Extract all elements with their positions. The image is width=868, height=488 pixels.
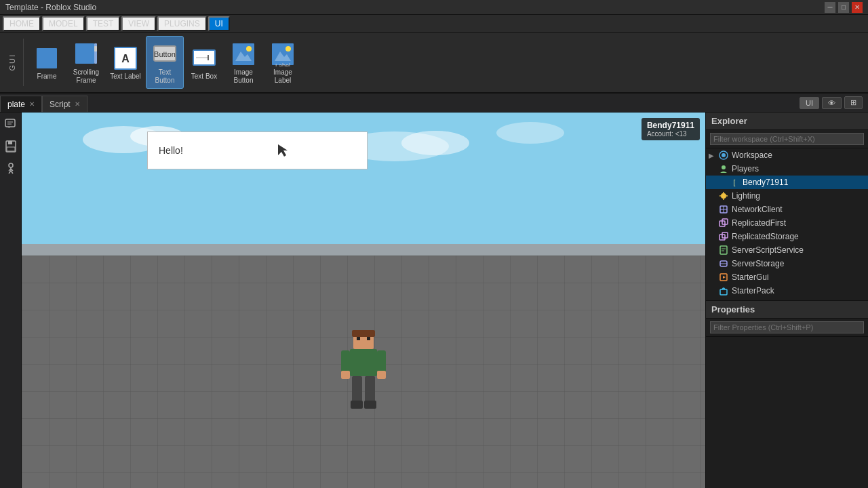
frame-svg <box>35 46 59 70</box>
ui-toggle-button[interactable]: UI <box>800 97 819 109</box>
explorer-filter-input[interactable] <box>710 133 864 145</box>
toolbar-frame-button[interactable]: Frame <box>28 36 66 89</box>
textlabel-svg: A <box>113 46 138 70</box>
animate-icon <box>5 162 17 174</box>
ui-toggle-area: UI 👁 ⊞ <box>800 96 863 109</box>
ground <box>22 256 705 488</box>
network-icon <box>718 204 729 215</box>
startergui-svg <box>719 272 728 282</box>
workspace-icon <box>718 150 729 161</box>
account-display: Account: <13 <box>647 130 694 138</box>
toolbar-imglabel-button[interactable]: Label Image Label <box>264 36 302 89</box>
chat-icon <box>5 119 17 131</box>
toolbar-textbox-button[interactable]: Text Box <box>185 36 223 89</box>
expand-workspace[interactable]: ▶ <box>709 152 718 159</box>
startergui-label: StarterGui <box>732 272 769 282</box>
expand-starterpack: ▶ <box>709 287 718 295</box>
frame-icon <box>35 46 59 70</box>
players-svg <box>719 164 728 174</box>
tree-starterpack[interactable]: ▶ StarterPack <box>706 284 868 298</box>
svg-rect-42 <box>367 337 370 340</box>
imgbutton-label: Image Button <box>226 68 260 85</box>
expand-bendy: ▶ <box>719 179 729 186</box>
network-svg <box>719 205 728 214</box>
right-panel: Explorer ▶ Workspace ▶ Players <box>705 113 868 488</box>
tab-plate[interactable]: plate ✕ <box>0 96 42 112</box>
save-tool-button[interactable] <box>1 137 20 156</box>
svg-rect-48 <box>352 376 362 402</box>
character-svg <box>340 330 387 418</box>
cursor <box>277 143 288 159</box>
tab-script-label: Script <box>50 100 71 109</box>
tree-replicatedfirst[interactable]: ▶ ReplicatedFirst <box>706 216 868 230</box>
menu-ui[interactable]: UI <box>208 16 230 31</box>
replicatedstorage-label: ReplicatedStorage <box>732 232 799 241</box>
tree-players[interactable]: ▶ Players <box>706 162 868 176</box>
toolbar-scrollframe-button[interactable]: Scrolling Frame <box>67 36 105 89</box>
players-icon <box>718 163 729 174</box>
toolbar: GUI Frame Scrolling Frame A Te <box>0 33 868 94</box>
tree-serverscriptservice[interactable]: ▶ ServerScriptService <box>706 243 868 257</box>
textbox-icon <box>192 46 216 70</box>
replicatedfirst-label: ReplicatedFirst <box>732 218 786 228</box>
minimize-button[interactable]: ─ <box>825 2 835 13</box>
title-controls: ─ □ ✕ <box>825 2 863 13</box>
menu-home[interactable]: HOME <box>3 16 41 31</box>
toolbar-imgbutton-button[interactable]: Image Button <box>224 36 262 89</box>
viewport[interactable]: Hello! Bendy71911 Account: <13 <box>22 113 705 488</box>
gui-label: GUI <box>8 54 16 71</box>
replicatedfirst-svg <box>719 218 728 228</box>
starterpack-icon <box>718 285 729 296</box>
toolbar-textlabel-button[interactable]: A Text Label <box>106 36 144 89</box>
svg-point-55 <box>722 165 726 169</box>
imglabel-svg: Label <box>271 42 295 66</box>
workspace-label: Workspace <box>732 150 772 160</box>
tab-plate-close[interactable]: ✕ <box>29 100 35 108</box>
menu-test[interactable]: TEST <box>86 16 121 31</box>
menu-view[interactable]: VIEW <box>121 16 156 31</box>
menu-model[interactable]: MODEL <box>42 16 85 31</box>
tree-replicatedstorage[interactable]: ▶ ReplicatedStorage <box>706 230 868 243</box>
workspace-svg <box>719 150 728 160</box>
textbutton-svg: Button <box>153 43 177 65</box>
tree-serverstorage[interactable]: ▶ ServerStorage <box>706 257 868 270</box>
tree-lighting[interactable]: ▶ Lighting <box>706 189 868 203</box>
properties-filter-input[interactable] <box>710 321 864 333</box>
scrollframe-icon <box>74 42 98 66</box>
svg-rect-41 <box>357 337 360 340</box>
tab-script-close[interactable]: ✕ <box>75 100 80 108</box>
layout-toggle-button[interactable]: ⊞ <box>844 96 863 109</box>
svg-point-16 <box>285 46 291 52</box>
tree-workspace[interactable]: ▶ Workspace <box>706 148 868 162</box>
maximize-button[interactable]: □ <box>838 2 849 13</box>
svg-text:A: A <box>121 53 130 64</box>
svg-point-54 <box>722 153 726 157</box>
svg-rect-3 <box>94 46 97 52</box>
svg-rect-68 <box>720 246 727 254</box>
tab-script[interactable]: Script ✕ <box>42 96 87 112</box>
textbutton-icon: Button <box>153 42 177 66</box>
tree-networkclient[interactable]: ▶ NetworkClient <box>706 203 868 216</box>
player-icon: [ <box>729 177 740 188</box>
close-button[interactable]: ✕ <box>852 2 863 13</box>
svg-line-28 <box>11 171 13 174</box>
imglabel-label: Image Label <box>266 68 300 85</box>
startergui-icon <box>718 272 729 283</box>
serverscriptservice-label: ServerScriptService <box>732 245 804 255</box>
chat-tool-button[interactable] <box>1 115 20 134</box>
tree-startergui[interactable]: ▶ StarterGui <box>706 270 868 284</box>
menu-bar: HOME MODEL TEST VIEW PLUGINS UI <box>0 15 868 33</box>
svg-point-56 <box>721 193 726 199</box>
networkclient-label: NetworkClient <box>732 205 783 214</box>
serverstorage-icon <box>718 258 729 269</box>
tree-player-bendy[interactable]: ▶ [ Bendy71911 <box>706 176 868 189</box>
menu-plugins[interactable]: PLUGINS <box>157 16 207 31</box>
tab-plate-label: plate <box>7 100 25 109</box>
explorer-header: Explorer <box>706 113 868 130</box>
eye-toggle-button[interactable]: 👁 <box>822 97 842 109</box>
svg-point-35 <box>401 131 469 155</box>
animate-tool-button[interactable] <box>1 159 20 178</box>
expand-network: ▶ <box>709 206 718 214</box>
scene-background: Hello! Bendy71911 Account: <13 <box>22 113 705 488</box>
toolbar-textbutton-button[interactable]: Button Text Button <box>146 36 184 89</box>
